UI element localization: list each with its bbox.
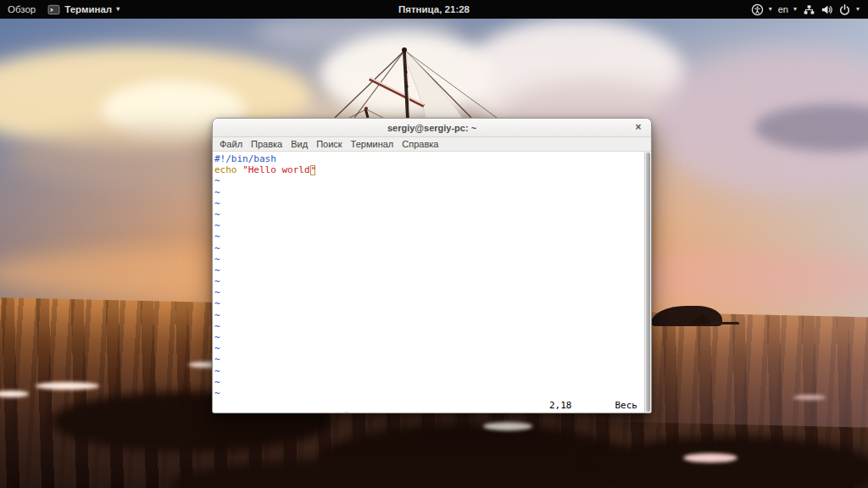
empty-line-tilde: ~ bbox=[214, 377, 644, 388]
wave-foam bbox=[36, 382, 99, 390]
furled-sail bbox=[403, 52, 462, 118]
terminal-app-icon bbox=[47, 3, 60, 16]
empty-line-tilde: ~ bbox=[214, 310, 644, 321]
window-menubar: Файл Правка Вид Поиск Терминал Справка bbox=[213, 137, 651, 152]
empty-line-tilde: ~ bbox=[214, 243, 644, 254]
vim-editor: #!/bin/bash echo "Hello world" ~~~~~~~~~… bbox=[213, 152, 644, 413]
accessibility-icon bbox=[751, 3, 764, 16]
string-hello-world: "Hello world bbox=[242, 164, 309, 175]
keyword-echo: echo bbox=[214, 164, 237, 175]
keyboard-layout-label: en bbox=[778, 4, 788, 14]
window-title: sergiy@sergiy-pc: ~ bbox=[387, 123, 476, 133]
empty-line-tilde: ~ bbox=[214, 265, 644, 276]
code-line-echo: echo "Hello world" bbox=[214, 164, 644, 175]
accessibility-menu[interactable]: ▾ bbox=[751, 3, 772, 16]
activities-button[interactable]: Обзор bbox=[8, 4, 36, 14]
menu-item-terminal[interactable]: Терминал bbox=[347, 139, 398, 149]
empty-line-tilde: ~ bbox=[214, 388, 644, 399]
terminal-scrollbar[interactable] bbox=[644, 152, 651, 413]
terminal-window: sergiy@sergiy-pc: ~ × Файл Правка Вид По… bbox=[212, 118, 652, 413]
island-pier bbox=[710, 322, 739, 324]
close-button[interactable]: × bbox=[632, 120, 645, 134]
empty-line-tilde: ~ bbox=[214, 332, 644, 343]
empty-line-tilde: ~ bbox=[214, 298, 644, 309]
wave-foam bbox=[793, 395, 826, 400]
network-wired-icon bbox=[803, 3, 815, 16]
empty-line-tilde: ~ bbox=[214, 366, 644, 377]
empty-line-tilde: ~ bbox=[214, 354, 644, 365]
empty-line-tilde: ~ bbox=[214, 220, 644, 231]
empty-line-tilde: ~ bbox=[214, 343, 644, 354]
chevron-down-icon: ▾ bbox=[116, 6, 120, 13]
menu-item-search[interactable]: Поиск bbox=[312, 139, 346, 149]
volume-icon bbox=[821, 3, 833, 16]
window-titlebar[interactable]: sergiy@sergiy-pc: ~ × bbox=[213, 119, 651, 137]
top-bar-center: Пятница, 21:28 bbox=[0, 4, 868, 14]
app-menu-terminal[interactable]: Терминал ▾ bbox=[47, 3, 120, 16]
system-status-menu[interactable]: ▾ bbox=[803, 3, 860, 16]
wave-foam bbox=[683, 453, 737, 463]
top-bar-left: Обзор Терминал ▾ bbox=[0, 3, 120, 16]
top-bar-right: ▾ en ▾ ▾ bbox=[751, 3, 868, 16]
status-scroll-position: Весь bbox=[615, 400, 638, 411]
empty-line-tilde: ~ bbox=[214, 231, 644, 242]
menu-item-view[interactable]: Вид bbox=[287, 139, 312, 149]
code-line-shebang: #!/bin/bash bbox=[214, 153, 644, 164]
empty-line-tilde: ~ bbox=[214, 276, 644, 287]
chevron-down-icon: ▾ bbox=[769, 6, 772, 13]
wave-foam bbox=[483, 422, 532, 430]
empty-line-tilde: ~ bbox=[214, 254, 644, 265]
tilde-lines: ~~~~~~~~~~~~~~~~~~~~ bbox=[214, 175, 644, 399]
sailboat-mast bbox=[322, 34, 517, 118]
clock-button[interactable]: Пятница, 21:28 bbox=[398, 4, 470, 14]
app-menu-label: Терминал bbox=[64, 4, 112, 14]
power-icon bbox=[838, 3, 851, 16]
gnome-top-bar: Обзор Терминал ▾ Пятница, 21:28 ▾ en ▾ bbox=[0, 0, 868, 19]
vim-cursor: " bbox=[310, 165, 315, 175]
scrollbar-thumb[interactable] bbox=[646, 152, 650, 412]
chevron-down-icon: ▾ bbox=[793, 6, 797, 13]
status-cursor-position: 2,18 bbox=[549, 400, 572, 411]
keyboard-layout-menu[interactable]: en ▾ bbox=[778, 4, 797, 14]
status-file-info: "script.sh" [Новый] 2L, 31C записано bbox=[248, 411, 450, 413]
empty-line-tilde: ~ bbox=[214, 209, 644, 220]
vim-status-line: "script.sh" [Новый] 2L, 31C записано 2,1… bbox=[214, 400, 644, 411]
menu-item-edit[interactable]: Правка bbox=[247, 139, 287, 149]
chevron-down-icon: ▾ bbox=[856, 6, 860, 13]
terminal-screen[interactable]: #!/bin/bash echo "Hello world" ~~~~~~~~~… bbox=[213, 152, 651, 413]
menu-item-help[interactable]: Справка bbox=[398, 139, 442, 149]
empty-line-tilde: ~ bbox=[214, 187, 644, 198]
empty-line-tilde: ~ bbox=[214, 321, 644, 332]
empty-line-tilde: ~ bbox=[214, 198, 644, 209]
empty-line-tilde: ~ bbox=[214, 175, 644, 186]
menu-item-file[interactable]: Файл bbox=[215, 139, 247, 149]
empty-line-tilde: ~ bbox=[214, 287, 644, 298]
